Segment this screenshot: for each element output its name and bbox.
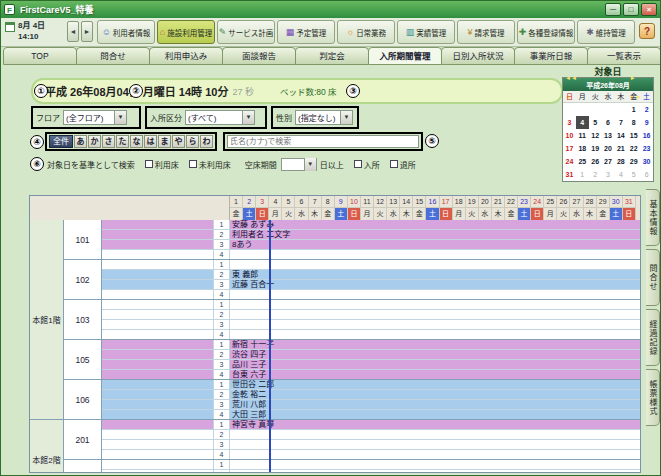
bed-occupancy-row[interactable] (230, 470, 640, 473)
calendar-day[interactable]: 11 (576, 129, 589, 142)
calendar-day[interactable]: 9 (640, 116, 653, 129)
tab-item[interactable]: 問合せ (76, 47, 150, 65)
bed-occupancy-row[interactable] (230, 250, 640, 259)
calendar-day[interactable]: 2 (640, 103, 653, 116)
bed-occupancy-row[interactable] (230, 310, 640, 319)
calendar-day[interactable]: 16 (640, 129, 653, 142)
tab-item[interactable]: 判定会 (295, 47, 369, 65)
name-search-input[interactable] (227, 135, 419, 148)
toolbar-button[interactable]: ✱維持管理 (577, 20, 635, 44)
toolbar-button[interactable]: ⌂施設利用管理 (157, 20, 215, 44)
tab-item[interactable]: 日別入所状況 (441, 47, 515, 65)
bed-occupancy-row[interactable]: 近藤 百合一 (230, 280, 640, 289)
tab-item[interactable]: 入所期間管理 (368, 47, 442, 65)
calendar-day[interactable]: 25 (576, 155, 589, 168)
back-button[interactable]: ◄ (67, 21, 79, 42)
side-tab[interactable]: 帳票様式 (646, 369, 660, 426)
calendar-day[interactable]: 6 (640, 168, 653, 181)
kana-key[interactable]: や (172, 135, 185, 148)
calendar-day[interactable]: 31 (563, 168, 576, 181)
gender-select[interactable]: (指定なし) ▼ (295, 110, 353, 125)
minimize-button[interactable]: ─ (605, 3, 621, 16)
tab-item[interactable]: 事業所日報 (514, 47, 588, 65)
bed-occupancy-row[interactable]: 新宿 十一子 (230, 340, 640, 349)
calendar-day[interactable]: 5 (627, 168, 640, 181)
calendar-day[interactable]: 12 (589, 129, 602, 142)
kana-key[interactable]: わ (200, 135, 213, 148)
used-bed-checkbox[interactable] (145, 160, 153, 168)
toolbar-button[interactable]: ☼日常業務 (337, 20, 395, 44)
calendar-day[interactable]: 3 (563, 116, 576, 129)
toolbar-button[interactable]: ▥実績管理 (397, 20, 455, 44)
admission-checkbox[interactable] (354, 160, 362, 168)
close-button[interactable]: × (641, 3, 657, 16)
calendar-day[interactable]: 18 (576, 142, 589, 155)
toolbar-button[interactable]: ¥請求管理 (457, 20, 515, 44)
calendar-day[interactable]: 20 (602, 142, 615, 155)
calendar-day[interactable]: 5 (589, 116, 602, 129)
discharge-checkbox[interactable] (390, 160, 398, 168)
unused-bed-checkbox[interactable] (189, 160, 197, 168)
calendar-day[interactable]: 17 (563, 142, 576, 155)
calendar-day[interactable]: 7 (614, 116, 627, 129)
all-records-button[interactable]: 全件 (49, 135, 73, 148)
maximize-button[interactable]: □ (623, 3, 639, 16)
bed-occupancy-row[interactable]: 品川 三子 (230, 360, 640, 369)
bed-occupancy-row[interactable]: 神宮寺 真琴 (230, 420, 640, 429)
kana-key[interactable]: か (88, 135, 101, 148)
calendar-day[interactable]: 1 (627, 103, 640, 116)
tab-item[interactable]: 面談報告 (222, 47, 296, 65)
side-tab[interactable]: 問合せ (646, 249, 660, 306)
side-tab[interactable]: 基本情報 (646, 189, 660, 246)
bed-occupancy-row[interactable] (230, 430, 640, 439)
calendar-day[interactable]: 19 (589, 142, 602, 155)
bed-occupancy-row[interactable] (230, 320, 640, 329)
calendar-day[interactable]: 27 (602, 155, 615, 168)
bed-occupancy-row[interactable]: 安藤 あずみ (230, 220, 640, 229)
tab-item[interactable]: TOP (3, 47, 77, 65)
calendar-day[interactable]: 23 (640, 142, 653, 155)
kana-key[interactable]: ら (186, 135, 199, 148)
bed-occupancy-row[interactable] (230, 290, 640, 299)
toolbar-button[interactable]: ✚各種登録情報 (517, 20, 575, 44)
calendar-day[interactable]: 1 (576, 168, 589, 181)
kana-key[interactable]: さ (102, 135, 115, 148)
bed-occupancy-row[interactable]: 大田 三郎 (230, 410, 640, 419)
calendar-day[interactable]: 13 (602, 129, 615, 142)
kana-key[interactable]: た (116, 135, 129, 148)
calendar-day[interactable]: 4 (614, 168, 627, 181)
help-button[interactable]: ? (639, 23, 655, 39)
calendar-day[interactable]: 24 (563, 155, 576, 168)
bed-occupancy-row[interactable]: 8あう (230, 240, 640, 249)
calendar-day[interactable]: 3 (602, 168, 615, 181)
calendar-day[interactable]: 8 (627, 116, 640, 129)
calendar-day[interactable]: 15 (627, 129, 640, 142)
calendar-day[interactable]: 28 (614, 155, 627, 168)
kana-key[interactable]: な (130, 135, 143, 148)
calendar-day[interactable]: 14 (614, 129, 627, 142)
bed-occupancy-row[interactable]: 世田谷 二郎 (230, 380, 640, 389)
tab-item[interactable]: 一覧表示 (587, 47, 661, 65)
kana-key[interactable]: は (144, 135, 157, 148)
bed-occupancy-row[interactable]: 渋谷 四子 (230, 350, 640, 359)
bed-occupancy-row[interactable]: 金乾 裕二 (230, 390, 640, 399)
bed-occupancy-row[interactable] (230, 440, 640, 449)
bed-occupancy-row[interactable] (230, 260, 640, 269)
side-tab[interactable]: 経過記録 (646, 309, 660, 366)
prev-year-icon[interactable]: ◄◄ (565, 75, 577, 81)
bed-occupancy-row[interactable]: 東 義郎 (230, 270, 640, 279)
bed-occupancy-row[interactable]: 利用者名 二文字 (230, 230, 640, 239)
admission-class-select[interactable]: (すべて) ▼ (185, 110, 255, 125)
floor-select[interactable]: (全フロア) ▼ (63, 110, 127, 125)
calendar-day[interactable]: 22 (627, 142, 640, 155)
calendar-day[interactable]: 29 (627, 155, 640, 168)
vacancy-period-select[interactable]: ▼ (281, 158, 317, 171)
forward-button[interactable]: ► (81, 21, 93, 42)
calendar-day[interactable]: 6 (602, 116, 615, 129)
bed-occupancy-row[interactable]: 台東 六子 (230, 370, 640, 379)
calendar-day[interactable]: 21 (614, 142, 627, 155)
toolbar-button[interactable]: ☺利用者情報 (97, 20, 155, 44)
next-month-icon[interactable]: ► (630, 75, 636, 81)
calendar-day[interactable]: 10 (563, 129, 576, 142)
calendar-day[interactable]: 4 (576, 116, 589, 129)
